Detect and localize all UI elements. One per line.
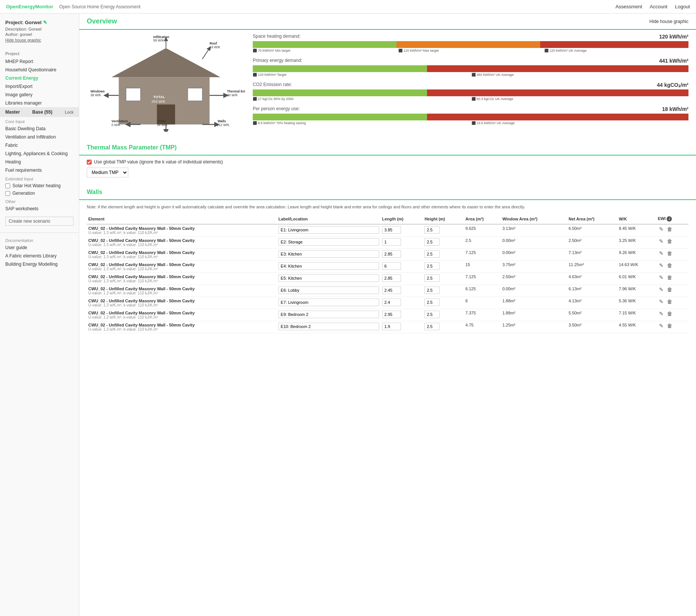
cell-element-4: CWU_02 - Unfilled Cavity Masonry Wall - … — [87, 273, 277, 285]
delete-button-3[interactable]: 🗑 — [666, 262, 673, 268]
height-input-2[interactable] — [424, 250, 439, 258]
ewi-info-icon[interactable]: i — [667, 216, 672, 222]
label-input-3[interactable] — [278, 262, 379, 270]
svg-text:293 W/K: 293 W/K — [151, 99, 165, 103]
svg-text:Infiltration: Infiltration — [153, 35, 169, 39]
sidebar-nav-sap[interactable]: SAP worksheets — [0, 205, 79, 213]
cell-length-5 — [381, 285, 423, 297]
delete-button-0[interactable]: 🗑 — [666, 226, 673, 232]
length-input-4[interactable] — [382, 274, 401, 282]
hide-graphic-link[interactable]: Hide house graphic — [5, 38, 41, 42]
edit-button-0[interactable]: ✎ — [658, 226, 665, 232]
sidebar-nav-basic-dwelling[interactable]: Basic Dwelling Data — [0, 125, 79, 133]
label-input-4[interactable] — [278, 274, 379, 282]
app-subtitle: Open Source Home Energy Assessment — [59, 4, 615, 9]
delete-button-2[interactable]: 🗑 — [666, 250, 673, 256]
tmp-checkbox[interactable] — [87, 160, 92, 165]
cell-length-7 — [381, 309, 423, 321]
cell-actions-5: ✎ 🗑 — [656, 285, 688, 297]
edit-button-8[interactable]: ✎ — [658, 323, 665, 329]
cell-window-area-4: 2.50m² — [501, 273, 567, 285]
delete-button-8[interactable]: 🗑 — [666, 323, 673, 329]
documentation-label: Documentation — [0, 236, 79, 243]
sidebar-nav-household[interactable]: Household Questionnaire — [0, 66, 79, 74]
col-window-area: Window Area (m²) — [501, 214, 567, 224]
generation-checkbox[interactable] — [5, 191, 10, 196]
edit-button-4[interactable]: ✎ — [658, 274, 665, 280]
length-input-7[interactable] — [382, 311, 401, 318]
sidebar-nav-lighting[interactable]: Lighting, Appliances & Cooking — [0, 149, 79, 158]
cell-height-6 — [423, 297, 464, 309]
sidebar-nav-user-guide[interactable]: User guide — [0, 243, 79, 252]
stat-co2-bar — [253, 89, 688, 96]
height-input-8[interactable] — [424, 323, 439, 330]
label-input-8[interactable] — [278, 323, 379, 330]
height-input-0[interactable] — [424, 226, 439, 234]
edit-button-1[interactable]: ✎ — [658, 238, 665, 244]
cell-height-5 — [423, 285, 464, 297]
sidebar-nav-fuel[interactable]: Fuel requirements — [0, 166, 79, 174]
delete-button-1[interactable]: 🗑 — [666, 238, 673, 244]
walls-table: Element Label/Location Length (m) Height… — [87, 214, 688, 333]
sidebar-nav-mhep[interactable]: MHEP Report — [0, 57, 79, 66]
lock-button[interactable]: Lock — [65, 110, 74, 114]
nav-logout[interactable]: Logout — [675, 4, 690, 9]
cell-element-2: CWU_02 - Unfilled Cavity Masonry Wall - … — [87, 248, 277, 260]
length-input-1[interactable] — [382, 238, 401, 246]
height-input-4[interactable] — [424, 274, 439, 282]
sidebar-nav-fabric[interactable]: Fabric — [0, 141, 79, 149]
sidebar-nav-ventilation[interactable]: Ventilation and Infiltration — [0, 133, 79, 141]
delete-button-5[interactable]: 🗑 — [666, 286, 673, 293]
sidebar-nav-fabric-lib[interactable]: A Fabric elements Library — [0, 252, 79, 260]
cell-label-2 — [277, 248, 381, 260]
sidebar-nav-image-gallery[interactable]: Image gallery — [0, 91, 79, 99]
sidebar-nav-current-energy[interactable]: Current Energy — [0, 74, 79, 82]
cell-wk-7: 7.15 W/K — [617, 309, 656, 321]
length-input-5[interactable] — [382, 286, 401, 294]
delete-button-6[interactable]: 🗑 — [666, 299, 673, 305]
tmp-select[interactable]: Low TMP Medium TMP High TMP — [87, 168, 128, 177]
cell-height-8 — [423, 321, 464, 333]
label-input-2[interactable] — [278, 250, 379, 258]
label-input-7[interactable] — [278, 311, 379, 318]
stat-space-heating-bar — [253, 41, 688, 48]
cell-net-area-7: 5.50m² — [567, 309, 617, 321]
length-input-6[interactable] — [382, 299, 401, 306]
height-input-5[interactable] — [424, 286, 439, 294]
nav-account[interactable]: Account — [650, 4, 667, 9]
solar-hot-water-checkbox[interactable] — [5, 183, 10, 188]
height-input-7[interactable] — [424, 311, 439, 318]
edit-button-6[interactable]: ✎ — [658, 299, 665, 305]
height-input-6[interactable] — [424, 299, 439, 306]
edit-button-3[interactable]: ✎ — [658, 262, 665, 268]
height-input-3[interactable] — [424, 262, 439, 270]
length-input-0[interactable] — [382, 226, 401, 234]
height-input-1[interactable] — [424, 238, 439, 246]
delete-button-7[interactable]: 🗑 — [666, 311, 673, 317]
sidebar-nav-import-export[interactable]: Import/Export — [0, 82, 79, 91]
label-input-0[interactable] — [278, 226, 379, 234]
cell-element-5: CWU_02 - Unfilled Cavity Masonry Wall - … — [87, 285, 277, 297]
nav-assessment[interactable]: Assessment — [615, 4, 642, 9]
edit-project-icon[interactable]: ✎ — [43, 20, 47, 25]
brand-logo[interactable]: OpenEnergyMonitor — [6, 4, 53, 9]
sidebar-nav-bem[interactable]: Building Energy Modelling — [0, 260, 79, 268]
length-input-3[interactable] — [382, 262, 401, 270]
edit-button-2[interactable]: ✎ — [658, 250, 665, 256]
edit-button-5[interactable]: ✎ — [658, 286, 665, 293]
label-input-1[interactable] — [278, 238, 379, 246]
label-input-6[interactable] — [278, 299, 379, 306]
create-scenario-button[interactable]: Create new scenario — [5, 217, 74, 226]
cell-net-area-5: 6.13m² — [567, 285, 617, 297]
edit-button-7[interactable]: ✎ — [658, 311, 665, 317]
sidebar-nav-heating[interactable]: Heating — [0, 158, 79, 166]
cell-area-6: 6 — [464, 297, 501, 309]
delete-button-4[interactable]: 🗑 — [666, 274, 673, 280]
length-input-2[interactable] — [382, 250, 401, 258]
sidebar-nav-libraries[interactable]: Libraries manager — [0, 99, 79, 107]
length-input-8[interactable] — [382, 323, 401, 330]
tmp-checkbox-label: Use global TMP value (ignore the k value… — [94, 159, 223, 165]
cell-element-8: CWU_02 - Unfilled Cavity Masonry Wall - … — [87, 321, 277, 333]
hide-house-graphic-button[interactable]: Hide house graphic — [650, 19, 688, 24]
label-input-5[interactable] — [278, 286, 379, 294]
